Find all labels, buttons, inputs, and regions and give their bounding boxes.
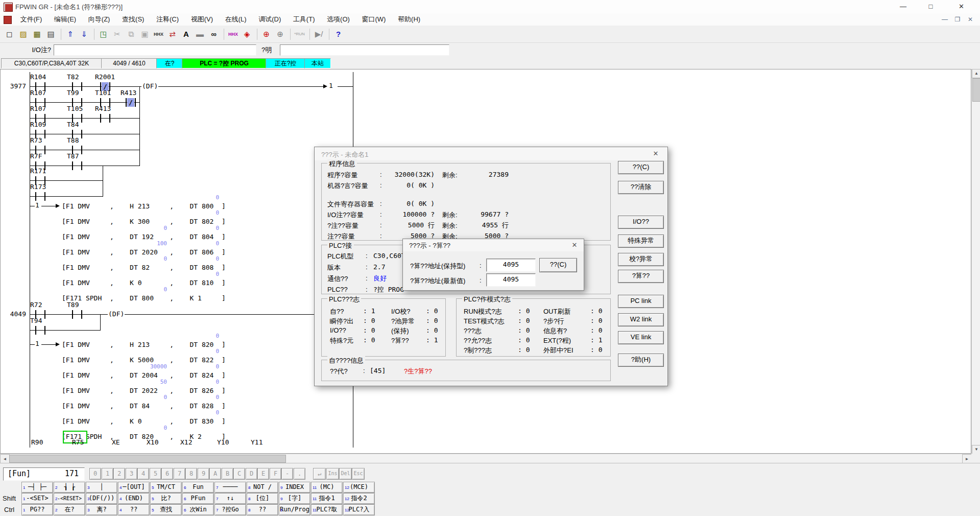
ctrl-fn-key-f2[interactable]: 2在? [54, 504, 85, 515]
ladder-contact[interactable]: T87 [71, 161, 83, 170]
shift-fn-key-f5[interactable]: 5比? [150, 493, 182, 504]
menu-help[interactable]: 帮助(H) [393, 13, 425, 26]
instruction-row[interactable]: [F1 DMV , H 213 , DT 820 ] [62, 340, 226, 349]
escape-key[interactable]: Esc [352, 468, 365, 480]
jump-window-icon[interactable]: ◈ [241, 28, 253, 40]
keypad-key-3[interactable]: 3 [126, 468, 137, 480]
text-comment-icon[interactable]: A [180, 28, 193, 40]
instruction-row[interactable]: [F1 DMV , K 5000 , DT 822 ] [62, 356, 226, 364]
help-button[interactable]: ?助(H) [618, 354, 664, 367]
keypad-key-b[interactable]: B [222, 468, 233, 480]
counter-button[interactable]: ?算?? [618, 270, 664, 283]
child-minimize-button[interactable]: — [939, 14, 951, 25]
fn-key-f8[interactable]: 8NOT / [247, 482, 278, 493]
offline-edit-icon[interactable]: ⊕ [274, 28, 286, 40]
menu-view[interactable]: 视图(V) [186, 13, 218, 26]
keypad-key-a[interactable]: A [209, 468, 221, 480]
scroll-down-icon[interactable]: ▼ [972, 445, 980, 454]
shift-fn-key-f2[interactable]: 2-<RESET> [54, 493, 85, 504]
download-program-icon[interactable]: ⇓ [78, 28, 90, 40]
run-mode-icon[interactable]: *RUN [293, 28, 306, 40]
instruction-row[interactable]: [F1 DMV , DT 2022 , DT 826 ] [62, 386, 226, 395]
ctrl-fn-key-f7[interactable]: 7?控Go [214, 504, 246, 515]
save-file-icon[interactable]: ▦ [31, 28, 43, 40]
error-clear-button[interactable]: ??清除 [618, 181, 664, 194]
fn-key-f6[interactable]: 6Fun [182, 482, 214, 493]
df-instruction[interactable]: (DF) [141, 83, 158, 90]
step-run-icon[interactable]: ▶/ [313, 28, 325, 40]
keypad-key-f[interactable]: F [270, 468, 281, 480]
online-edit-icon[interactable]: ⊕ [260, 28, 273, 40]
menu-search[interactable]: 查找(S) [117, 13, 149, 26]
menu-options[interactable]: 选项(O) [322, 13, 355, 26]
ctrl-fn-key-f3[interactable]: 3离? [86, 504, 117, 515]
paste-icon[interactable]: ▣ [138, 28, 151, 40]
special-error-button[interactable]: 特殊异常 [618, 234, 664, 248]
shift-fn-key-f7[interactable]: 7↑↓ [214, 493, 246, 504]
ctrl-fn-key-f5[interactable]: 5查找 [150, 504, 182, 515]
dialog-title-bar[interactable]: ???示 - ?算?? ✕ [403, 239, 584, 251]
instruction-row[interactable]: [F1 DMV , H 213 , DT 800 ] [62, 202, 226, 210]
ladder-contact-nc-highlighted[interactable]: R413/ [125, 98, 137, 107]
minimize-button[interactable]: — [892, 0, 915, 13]
io-comment-input[interactable] [54, 44, 256, 56]
close-dialog-button[interactable]: ??(C) [618, 161, 664, 174]
df-instruction[interactable]: (DF) [108, 311, 125, 318]
block-comment-icon[interactable]: ▬ [194, 28, 206, 40]
keypad-key-dot[interactable]: . [294, 468, 305, 480]
shift-fn-key-f1[interactable]: 1-<SET> [21, 493, 53, 504]
menu-tools[interactable]: 工具(T) [288, 13, 320, 26]
shift-fn-key-f11[interactable]: 11指令1 [311, 493, 343, 504]
close-icon[interactable]: ✕ [569, 241, 580, 250]
print-icon[interactable]: ▤ [44, 28, 57, 40]
ladder-contact[interactable]: R413 [99, 114, 111, 123]
fun-entry-box[interactable]: [Fun] 171 [3, 467, 85, 481]
close-button[interactable]: ✕ [950, 0, 973, 13]
io-button[interactable]: I/O?? [618, 216, 664, 229]
fn-key-f2[interactable]: 2┧ ┟ [54, 482, 85, 493]
keypad-key-1[interactable]: 1 [102, 468, 113, 480]
keypad-key-c[interactable]: C [233, 468, 245, 480]
open-file-icon[interactable]: ▨ [17, 28, 30, 40]
ctrl-fn-key-f11[interactable]: 11PLC?取 [311, 504, 343, 515]
close-counter-button[interactable]: ??(C) [539, 258, 577, 272]
find-icon[interactable]: ∞ [207, 28, 220, 40]
instruction-row[interactable]: [F1 DMV , DT 2020 , DT 806 ] [62, 248, 226, 256]
ladder-contact[interactable]: T89 [71, 310, 83, 319]
keypad-key-6[interactable]: 6 [161, 468, 173, 480]
close-icon[interactable]: ✕ [651, 149, 661, 158]
ctrl-fn-key-f6[interactable]: 6次Win [182, 504, 214, 515]
keypad-key-9[interactable]: 9 [198, 468, 209, 480]
io-comment-icon[interactable]: HHX [152, 28, 165, 40]
latest-address-field[interactable]: 4095 [486, 273, 536, 287]
keypad-key-5[interactable]: 5 [150, 468, 161, 480]
hold-address-field[interactable]: 4095 [486, 259, 536, 272]
shift-fn-key-f8[interactable]: 8[位] [247, 493, 278, 504]
ctrl-fn-key-f4[interactable]: 4?? [118, 504, 150, 515]
keypad-key-8[interactable]: 8 [185, 468, 197, 480]
delete-key[interactable]: Del [339, 468, 352, 480]
fn-key-f12[interactable]: 12(MCE) [343, 482, 375, 493]
find-io-comment-icon[interactable]: HHX [227, 28, 240, 40]
fn-key-f1[interactable]: 1─┤ ├─ [21, 482, 53, 493]
menu-file[interactable]: 文件(F) [15, 13, 47, 26]
w2-link-button[interactable]: W2 link [618, 313, 664, 326]
fn-key-f9[interactable]: 9INDEX [279, 482, 310, 493]
instruction-row[interactable]: [F1 DMV , DT 84 , DT 828 ] [62, 402, 226, 410]
ctrl-fn-key-f1[interactable]: 1PG?? [21, 504, 53, 515]
menu-edit[interactable]: 编辑(E) [49, 13, 81, 26]
instruction-row[interactable]: [F1 DMV , DT 2004 , DT 824 ] [62, 371, 226, 380]
instruction-row[interactable]: [F1 DMV , K 0 , DT 830 ] [62, 417, 226, 426]
horizontal-scrollbar[interactable]: ◄ ► [0, 454, 971, 463]
enter-key[interactable]: ↵ [313, 468, 326, 480]
copy-icon[interactable]: ⧉ [125, 28, 137, 40]
ctrl-fn-key-f12[interactable]: 12PLC?入 [343, 504, 375, 515]
menu-online[interactable]: 在线(L) [220, 13, 252, 26]
shift-fn-key-f4[interactable]: 4(END) [118, 493, 150, 504]
menu-debug[interactable]: 调试(D) [253, 13, 286, 26]
instruction-row[interactable]: [F1 DMV , DT 82 , DT 808 ] [62, 263, 226, 272]
keypad-key-7[interactable]: 7 [174, 468, 185, 480]
vertical-scroll-thumb[interactable] [972, 78, 980, 102]
ladder-contact[interactable]: R173 [34, 192, 46, 201]
pc-link-button[interactable]: PC link [618, 295, 664, 308]
